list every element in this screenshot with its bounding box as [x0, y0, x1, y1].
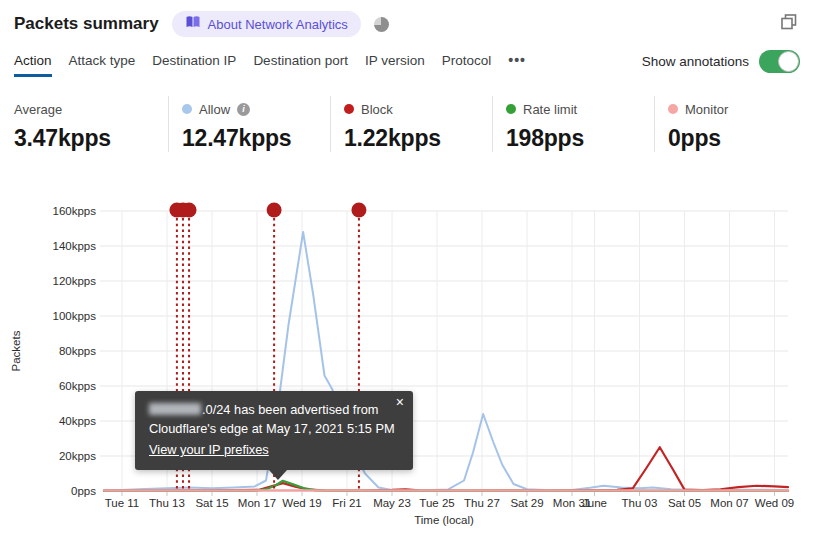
close-icon[interactable]: ×	[396, 395, 404, 409]
usage-pie-icon[interactable]	[374, 17, 389, 32]
y-tick-label: 20kpps	[59, 450, 96, 462]
x-tick-label: Sat 15	[195, 497, 228, 509]
tabs: Action Attack type Destination IP Destin…	[14, 52, 526, 77]
x-tick-label: Mon 07	[710, 497, 748, 509]
stat-value: 198pps	[506, 125, 654, 152]
stat-label: Average	[14, 102, 62, 117]
view-ip-prefixes-link[interactable]: View your IP prefixes	[149, 440, 269, 459]
network-analytics-panel: Packets summary About Network Analytics …	[0, 0, 816, 545]
y-tick-label: 80kpps	[59, 345, 96, 357]
badge-label: About Network Analytics	[208, 17, 348, 32]
x-tick-label: June	[582, 497, 607, 509]
show-annotations-toggle[interactable]	[759, 50, 800, 73]
header: Packets summary About Network Analytics	[14, 11, 389, 37]
x-tick-label: Mon 17	[238, 497, 276, 509]
x-tick-label: May 23	[373, 497, 411, 509]
tab-destination-ip[interactable]: Destination IP	[152, 53, 236, 77]
y-tick-label: 140kpps	[53, 240, 97, 252]
stat-value: 12.47kpps	[182, 125, 330, 152]
tab-ip-version[interactable]: IP version	[365, 53, 425, 77]
about-network-analytics-badge[interactable]: About Network Analytics	[172, 11, 361, 37]
tooltip-line1: .0/24 has been advertised from	[149, 400, 399, 419]
block-dot-icon	[344, 104, 354, 114]
tabs-row: Action Attack type Destination IP Destin…	[14, 50, 800, 79]
stat-average: Average 3.47kpps	[14, 96, 168, 152]
stat-label: Monitor	[685, 102, 728, 117]
annotation-tooltip: × .0/24 has been advertised from Cloudfl…	[135, 391, 413, 470]
x-tick-label: Fri 21	[332, 497, 361, 509]
annotation-dot[interactable]	[351, 203, 366, 218]
annotation-dot[interactable]	[182, 203, 197, 218]
stat-label: Block	[361, 102, 393, 117]
show-annotations-control: Show annotations	[642, 50, 800, 79]
packets-chart: 0pps20kpps40kpps60kpps80kpps100kpps120kp…	[0, 195, 816, 545]
stat-allow: Allow i 12.47kpps	[168, 96, 330, 152]
info-icon[interactable]: i	[237, 103, 250, 116]
stats-row: Average 3.47kpps Allow i 12.47kpps Block…	[14, 96, 816, 152]
tab-action[interactable]: Action	[14, 53, 52, 77]
y-tick-label: 100kpps	[53, 310, 97, 322]
stat-value: 1.22kpps	[344, 125, 492, 152]
x-tick-label: Sat 05	[668, 497, 701, 509]
x-tick-label: Tue 25	[419, 497, 454, 509]
x-tick-label: Sat 29	[510, 497, 543, 509]
stat-rate-limit: Rate limit 198pps	[492, 96, 654, 152]
allow-dot-icon	[182, 104, 192, 114]
x-tick-label: Wed 19	[282, 497, 321, 509]
annotation-dot[interactable]	[267, 203, 282, 218]
redacted-ip-prefix	[149, 403, 201, 415]
page-title: Packets summary	[14, 14, 159, 34]
stat-value: 0pps	[668, 125, 816, 152]
y-tick-label: 40kpps	[59, 415, 96, 427]
show-annotations-label: Show annotations	[642, 54, 749, 69]
y-tick-label: 120kpps	[53, 275, 97, 287]
x-tick-label: Thu 03	[622, 497, 658, 509]
y-tick-label: 160kpps	[53, 205, 97, 217]
stat-value: 3.47kpps	[14, 125, 168, 152]
copy-window-icon[interactable]	[780, 13, 798, 31]
x-axis-title: Time (local)	[414, 514, 474, 526]
monitor-dot-icon	[668, 104, 678, 114]
x-tick-label: Wed 09	[755, 497, 794, 509]
y-tick-label: 60kpps	[59, 380, 96, 392]
tooltip-arrow	[269, 470, 287, 480]
y-tick-label: 0pps	[71, 485, 96, 497]
toggle-knob	[778, 51, 799, 72]
tab-attack-type[interactable]: Attack type	[69, 53, 136, 77]
x-tick-label: Thu 27	[464, 497, 500, 509]
book-icon	[185, 15, 201, 33]
stat-monitor: Monitor 0pps	[654, 96, 816, 152]
more-tabs-ellipsis-icon[interactable]: •••	[508, 52, 526, 77]
tab-destination-port[interactable]: Destination port	[253, 53, 348, 77]
x-tick-label: Thu 13	[149, 497, 185, 509]
y-axis-title: Packets	[10, 330, 22, 371]
tab-protocol[interactable]: Protocol	[442, 53, 492, 77]
rate-limit-dot-icon	[506, 104, 516, 114]
stat-label: Rate limit	[523, 102, 577, 117]
stat-block: Block 1.22kpps	[330, 96, 492, 152]
x-tick-label: Tue 11	[105, 497, 140, 509]
stat-label: Allow	[199, 102, 230, 117]
tooltip-line2: Cloudflare's edge at May 17, 2021 5:15 P…	[149, 419, 399, 438]
